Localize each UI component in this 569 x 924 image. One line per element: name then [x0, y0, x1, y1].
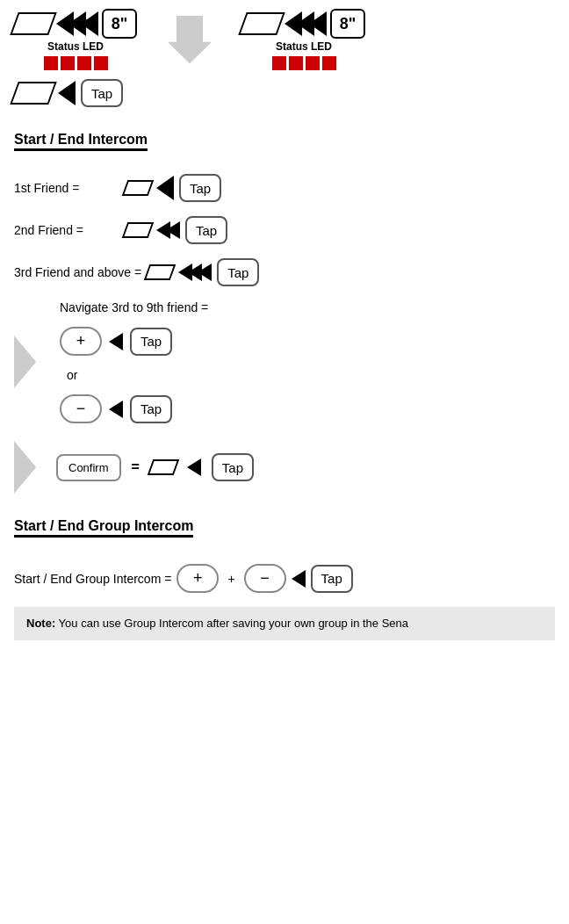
arrow-nav-minus: [109, 401, 123, 418]
arrow-nav-plus: [109, 333, 123, 350]
chevron-right-icon: [14, 336, 46, 388]
first-friend-row: 1st Friend = Tap: [14, 174, 555, 202]
equals-sign: =: [132, 459, 140, 475]
tap-btn-friend3[interactable]: Tap: [217, 258, 259, 286]
status-led-right: [272, 56, 336, 70]
arrow-right-icon-3: [309, 11, 327, 36]
tap-btn-nav-minus[interactable]: Tap: [130, 395, 172, 423]
status-led-left: [44, 56, 108, 70]
group-intercom-section-title: Start / End Group Intercom: [14, 518, 193, 538]
arrow-friend1: [156, 176, 174, 200]
arrows-friend3: [178, 263, 212, 281]
group-intercom-label: Start / End Group Intercom =: [14, 572, 171, 586]
tap-btn-nav-plus[interactable]: Tap: [130, 328, 172, 356]
second-friend-label: 2nd Friend =: [14, 223, 119, 237]
big-down-arrow: [163, 16, 216, 64]
tap-row-top: Tap: [14, 79, 555, 107]
para-friend2: [122, 222, 155, 238]
arrow-confirm: [187, 458, 201, 476]
intercom-section-title: Start / End Intercom: [14, 132, 148, 151]
led-4: [94, 56, 108, 70]
minus-pill-btn-nav[interactable]: −: [60, 394, 102, 423]
confirm-box: Confirm: [56, 454, 121, 481]
device-state-left: 8" Status LED: [14, 9, 137, 70]
navigate-chevron: [14, 336, 46, 388]
arrows-friend2: [156, 221, 180, 239]
para-friend1: [122, 180, 155, 196]
confirm-box-label: Confirm: [68, 461, 109, 474]
para-confirm: [148, 459, 180, 475]
status-led-label-right: Status LED: [276, 40, 332, 53]
plus-pill-btn-group[interactable]: +: [176, 564, 219, 593]
tap-btn-friend2[interactable]: Tap: [185, 216, 227, 244]
group-intercom-row: Start / End Group Intercom = + + − Tap: [14, 564, 555, 593]
plus-separator: +: [227, 572, 234, 586]
parallelogram-icon-left: [10, 12, 56, 35]
led-2: [61, 56, 75, 70]
status-led-label-left: Status LED: [47, 40, 104, 53]
arrow-left-icon-3: [81, 11, 98, 36]
plus-pill-btn-nav[interactable]: +: [60, 327, 102, 356]
navigate-label: Navigate 3rd to 9th friend =: [60, 300, 208, 314]
tap-btn-top[interactable]: Tap: [81, 79, 123, 107]
double-arrow-right: [284, 11, 327, 36]
eight-inch-btn-right[interactable]: 8": [330, 9, 365, 39]
third-friend-label: 3rd Friend and above =: [14, 265, 141, 279]
tap-btn-group[interactable]: Tap: [311, 565, 353, 593]
arrow-f3-3: [198, 263, 212, 281]
third-friend-row: 3rd Friend and above = Tap: [14, 258, 555, 286]
chevron-confirm-icon: [14, 441, 46, 494]
eight-inch-btn-left[interactable]: 8": [102, 9, 137, 39]
navigate-section: Navigate 3rd to 9th friend = + Tap or − …: [14, 300, 555, 423]
minus-pill-btn-group[interactable]: −: [244, 564, 286, 593]
or-label: or: [67, 368, 77, 382]
double-arrow-left: [56, 11, 98, 36]
first-friend-label: 1st Friend =: [14, 181, 119, 195]
led-r4: [322, 56, 336, 70]
led-r3: [306, 56, 320, 70]
led-3: [77, 56, 91, 70]
note-bold: Note:: [26, 617, 55, 630]
group-intercom-heading-wrapper: Start / End Group Intercom: [14, 511, 555, 552]
led-r1: [272, 56, 286, 70]
tap-btn-friend1[interactable]: Tap: [179, 174, 221, 202]
arrow-group: [292, 570, 306, 588]
top-device-right: 8": [242, 9, 365, 39]
led-1: [44, 56, 58, 70]
led-r2: [289, 56, 303, 70]
top-device-left: 8": [14, 9, 137, 39]
tap-btn-confirm[interactable]: Tap: [212, 453, 254, 481]
confirm-chevron: [14, 441, 46, 494]
device-state-right: 8" Status LED: [242, 9, 365, 70]
arrow-f2-2: [166, 221, 180, 239]
arrow-tap-top: [58, 81, 76, 105]
top-section: 8" Status LED 8": [14, 9, 555, 70]
parallelogram-icon-right: [238, 12, 284, 35]
intercom-heading: Start / End Intercom: [14, 125, 555, 165]
para-friend3: [144, 264, 176, 280]
confirm-section: Confirm = Tap: [14, 441, 555, 494]
note-bar: Note: You can use Group Intercom after s…: [14, 607, 555, 640]
second-friend-row: 2nd Friend = Tap: [14, 216, 555, 244]
down-arrow-shape: [168, 16, 212, 64]
para-icon-tap-top: [10, 82, 56, 105]
note-text: You can use Group Intercom after saving …: [55, 617, 408, 630]
navigate-right: Navigate 3rd to 9th friend = + Tap or − …: [60, 300, 208, 423]
